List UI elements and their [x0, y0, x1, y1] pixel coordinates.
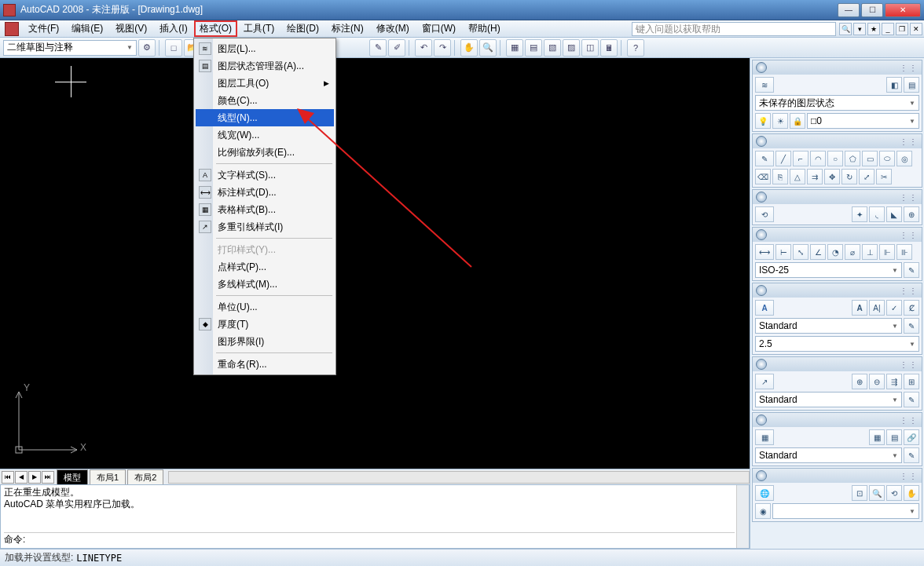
maximize-button[interactable]: ☐ — [861, 3, 883, 17]
join-icon[interactable]: ⊕ — [904, 206, 919, 222]
textsize-combo[interactable]: 2.5▼ — [755, 336, 919, 352]
collapse-icon[interactable] — [756, 470, 767, 481]
redo-icon[interactable]: ↷ — [434, 39, 451, 57]
ml-remove-icon[interactable]: ⊖ — [869, 374, 885, 389]
collapse-icon[interactable] — [756, 414, 767, 425]
textstyle-combo[interactable]: Standard▼ — [755, 318, 902, 334]
scrollbar[interactable] — [736, 485, 749, 548]
gear-icon[interactable]: ⚙ — [138, 39, 156, 57]
drawing-area[interactable]: Y X — [0, 58, 750, 469]
ellipse-icon[interactable]: ⬭ — [879, 151, 895, 166]
menu-format[interactable]: 格式(O) — [194, 20, 237, 37]
menu-item-thickness[interactable]: ◆厚度(T) — [196, 316, 334, 333]
tab-layout1[interactable]: 布局1 — [90, 469, 126, 485]
tab-prev-icon[interactable]: ◀ — [15, 471, 28, 484]
menu-edit[interactable]: 编辑(E) — [65, 20, 109, 38]
offset-icon[interactable]: ⇉ — [807, 169, 823, 184]
table-combo[interactable]: Standard▼ — [755, 447, 902, 463]
mtext-icon[interactable]: A — [852, 300, 867, 316]
menu-item-layer[interactable]: ≋图层(L)... — [196, 40, 334, 57]
textstyle-edit-icon[interactable]: ✎ — [904, 318, 919, 334]
menu-item-lineweight[interactable]: 线宽(W)... — [196, 126, 334, 144]
command-window[interactable]: 正在重生成模型。 AutoCAD 菜单实用程序已加载。 命令: — [0, 484, 750, 549]
rect-icon[interactable]: ▭ — [862, 151, 878, 166]
chevron-down-icon[interactable]: ▾ — [853, 23, 866, 35]
help-icon[interactable]: ? — [627, 39, 644, 57]
menu-item-color[interactable]: 颜色(C)... — [196, 92, 334, 109]
baseline-icon[interactable]: ⊩ — [879, 244, 895, 260]
tab-last-icon[interactable]: ⏭ — [42, 471, 54, 484]
menu-item-point-style[interactable]: 点样式(P)... — [196, 258, 334, 276]
zoom-win-icon[interactable]: 🔍 — [869, 485, 885, 501]
menu-item-mleader-style[interactable]: ↗多重引线样式(I) — [196, 218, 334, 236]
menu-view[interactable]: 视图(V) — [109, 20, 153, 38]
quickcalc-icon[interactable]: ▨ — [563, 39, 580, 57]
tab-next-icon[interactable]: ▶ — [28, 471, 41, 484]
collapse-icon[interactable] — [756, 62, 767, 73]
lock-icon[interactable]: 🔒 — [790, 113, 805, 129]
menu-help[interactable]: 帮助(H) — [462, 20, 507, 38]
close-button[interactable]: ✕ — [885, 3, 921, 17]
menu-item-linetype[interactable]: 线型(N)... — [196, 109, 334, 126]
view-combo[interactable]: ▼ — [772, 503, 919, 519]
dim-icon[interactable]: ⟷ — [755, 244, 774, 260]
dimstyle-combo[interactable]: ISO-25▼ — [755, 262, 902, 278]
menu-dimension[interactable]: 标注(N) — [325, 20, 370, 38]
menu-modify[interactable]: 修改(M) — [370, 20, 416, 38]
circle-icon[interactable]: ○ — [827, 151, 843, 166]
menu-item-layer-state[interactable]: ▤图层状态管理器(A)... — [196, 57, 334, 75]
orbit-icon[interactable]: ◉ — [755, 503, 771, 519]
table-link-icon[interactable]: 🔗 — [904, 429, 919, 445]
minimize-button[interactable]: — — [838, 3, 860, 17]
menu-item-limits[interactable]: 图形界限(I) — [196, 333, 334, 350]
layer-states-icon[interactable]: ▤ — [904, 77, 919, 93]
menu-item-table-style[interactable]: ▦表格样式(B)... — [196, 201, 334, 218]
dtext-icon[interactable]: A| — [869, 300, 885, 316]
table-icon[interactable]: ▦ — [755, 429, 774, 445]
dimstyle-edit-icon[interactable]: ✎ — [904, 262, 919, 278]
sun-icon[interactable]: ☀ — [772, 113, 788, 129]
collapse-icon[interactable] — [756, 192, 767, 203]
ml-align-icon[interactable]: ⇶ — [886, 374, 902, 389]
layer-state-combo[interactable]: 未保存的图层状态▼ — [755, 95, 919, 111]
menu-item-units[interactable]: 单位(U)... — [196, 298, 334, 316]
bulb-icon[interactable]: 💡 — [755, 113, 771, 129]
menu-item-text-style[interactable]: A文字样式(S)... — [196, 166, 334, 184]
undo-icon[interactable]: ↶ — [415, 39, 432, 57]
tab-model[interactable]: 模型 — [57, 469, 88, 485]
tab-scroll-track[interactable] — [168, 471, 750, 484]
move-icon[interactable]: ✥ — [824, 169, 840, 184]
menu-item-mline-style[interactable]: 多线样式(M)... — [196, 276, 334, 293]
aligned-icon[interactable]: ⤡ — [793, 244, 808, 260]
menu-item-layer-tools[interactable]: 图层工具(O)▶ — [196, 75, 334, 92]
line-icon[interactable]: ╱ — [776, 151, 791, 166]
rotate-icon[interactable]: ↻ — [842, 169, 857, 184]
copy-icon[interactable]: ⎘ — [772, 169, 788, 184]
menu-insert[interactable]: 插入(I) — [153, 20, 193, 38]
ml-add-icon[interactable]: ⊕ — [852, 374, 867, 389]
fillet-icon[interactable]: ◟ — [869, 206, 885, 222]
text-icon[interactable]: A — [755, 300, 774, 316]
mleader-icon[interactable]: ↗ — [755, 374, 774, 389]
layers-icon[interactable]: ≋ — [755, 77, 774, 93]
menu-item-rename[interactable]: 重命名(R)... — [196, 356, 334, 373]
sheet-set-icon[interactable]: ▤ — [525, 39, 542, 57]
pan-icon[interactable]: ✋ — [460, 39, 478, 57]
radius-icon[interactable]: ◔ — [827, 244, 843, 260]
zoom-ext-icon[interactable]: ⊡ — [852, 485, 867, 501]
continue-icon[interactable]: ⊪ — [896, 244, 912, 260]
nav-icon[interactable]: 🌐 — [755, 485, 774, 501]
search-icon[interactable]: 🔍 — [839, 23, 852, 35]
table-edit-icon[interactable]: ✎ — [904, 447, 919, 463]
ordinate-icon[interactable]: ⊥ — [862, 244, 878, 260]
spell-icon[interactable]: ✓ — [886, 300, 902, 316]
table-export-icon[interactable]: ▤ — [886, 429, 902, 445]
mleader-combo[interactable]: Standard▼ — [755, 392, 902, 407]
layer-combo[interactable]: □ 0▼ — [807, 113, 919, 129]
new-icon[interactable]: □ — [165, 39, 182, 57]
draw-icon[interactable]: ✎ — [755, 151, 774, 166]
calculator-icon[interactable]: 🖩 — [600, 39, 618, 57]
collapse-icon[interactable] — [756, 359, 767, 370]
pline-icon[interactable]: ⌐ — [793, 151, 808, 166]
collapse-icon[interactable] — [756, 136, 767, 147]
